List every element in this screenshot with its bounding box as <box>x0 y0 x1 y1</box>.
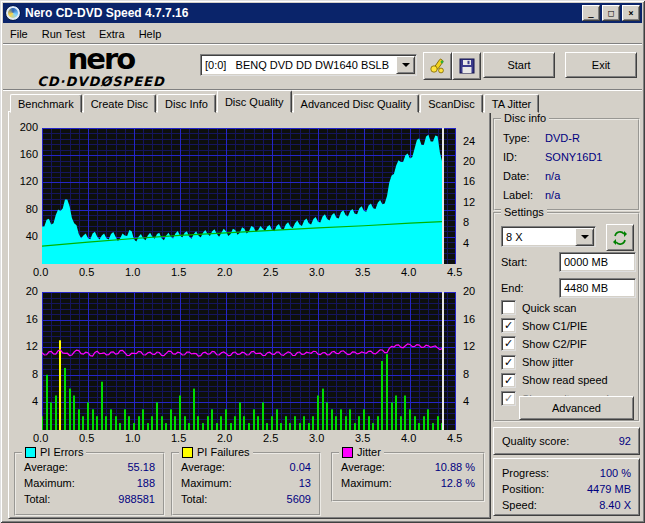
tab-disc-quality[interactable]: Disc Quality <box>217 90 292 113</box>
app-icon <box>5 5 21 21</box>
y-tick-label: 12 <box>463 196 475 208</box>
disc-info-row: Date:n/a <box>503 170 630 182</box>
y-tick-label: 16 <box>463 313 475 325</box>
y-tick-label: 12 <box>26 340 38 352</box>
y-tick-label: 16 <box>26 313 38 325</box>
maximize-button[interactable]: □ <box>602 5 620 21</box>
tab-strip: BenchmarkCreate DiscDisc InfoDisc Qualit… <box>10 93 540 113</box>
start-position-field[interactable] <box>559 252 636 272</box>
stats-label: Maximum: <box>181 477 232 489</box>
tab-benchmark[interactable]: Benchmark <box>10 94 82 113</box>
stats-row: Average:0.04 <box>173 459 319 475</box>
tools-icon <box>429 57 447 75</box>
chevron-down-icon <box>581 235 589 239</box>
stats-value: 12.8 % <box>441 477 475 489</box>
pi-failures-x-axis: 0.00.51.01.52.02.53.03.54.04.5 <box>42 432 456 446</box>
save-button[interactable] <box>452 52 481 80</box>
quality-score-panel: Quality score: 92 <box>493 427 640 455</box>
y-tick-label: 4 <box>32 395 38 407</box>
separator <box>3 89 642 91</box>
tab-create-disc[interactable]: Create Disc <box>83 94 156 113</box>
pi-failures-chart: 20161284 20161284 0.00.51.01.52.02.53.03… <box>10 286 486 450</box>
advanced-button[interactable]: Advanced <box>519 396 634 420</box>
drive-selector[interactable]: [0:0] BENQ DVD DD DW1640 BSLB <box>200 54 417 76</box>
pi-errors-x-axis: 0.00.51.01.52.02.53.03.54.04.5 <box>42 266 456 280</box>
end-position-field[interactable] <box>559 278 636 298</box>
checkbox-row-show-jitter[interactable]: ✓Show jitter <box>501 355 573 370</box>
stats-value: 188 <box>137 477 155 489</box>
start-button[interactable]: Start <box>483 52 555 78</box>
checkbox-label: Show jitter <box>522 356 573 368</box>
checkbox-label: Show C1/PIE <box>522 320 587 332</box>
close-button[interactable]: × <box>622 5 640 21</box>
scan-speed-select[interactable]: 8 X <box>501 226 596 247</box>
checkbox-row-show-c2-pif[interactable]: ✓Show C2/PIF <box>501 336 587 351</box>
disc-info-value: n/a <box>545 189 560 201</box>
tools-button[interactable] <box>423 52 452 80</box>
x-tick-label: 1.0 <box>125 266 140 278</box>
menu-item-help[interactable]: Help <box>132 26 169 42</box>
progress-label: Speed: <box>502 499 537 511</box>
progress-value: 4479 MB <box>587 483 631 495</box>
disc-info-value: SONY16D1 <box>545 151 602 163</box>
checkbox-checked[interactable]: ✓ <box>501 318 516 333</box>
checkbox-checked[interactable]: ✓ <box>501 355 516 370</box>
stats-value: 55.18 <box>127 461 155 473</box>
x-tick-label: 3.5 <box>355 266 370 278</box>
drive-selector-dropdown-button[interactable] <box>396 56 415 74</box>
tab-scandisc[interactable]: ScanDisc <box>420 94 482 113</box>
x-tick-label: 0.5 <box>79 432 94 444</box>
progress-value: 8.40 X <box>599 499 631 511</box>
title-bar[interactable]: Nero CD-DVD Speed 4.7.7.16 _ □ × <box>3 3 642 23</box>
x-tick-label: 2.5 <box>263 266 278 278</box>
y-tick-label: 16 <box>463 175 475 187</box>
save-icon <box>459 58 475 74</box>
checkbox-checked[interactable]: ✓ <box>501 373 516 388</box>
x-tick-label: 2.0 <box>217 432 232 444</box>
checkbox-row-show-read-speed[interactable]: ✓Show read speed <box>501 373 608 388</box>
checkbox-unchecked[interactable] <box>501 300 516 315</box>
y-tick-label: 8 <box>463 368 469 380</box>
menu-item-run-test[interactable]: Run Test <box>35 26 92 42</box>
scan-speed-value: 8 X <box>502 231 575 243</box>
x-tick-label: 3.5 <box>355 432 370 444</box>
minimize-button[interactable]: _ <box>582 5 600 21</box>
refresh-button[interactable] <box>606 224 634 251</box>
checkbox-row-quick-scan[interactable]: Quick scan <box>501 300 576 315</box>
menu-item-extra[interactable]: Extra <box>92 26 132 42</box>
checkbox-checked[interactable]: ✓ <box>501 391 516 406</box>
x-tick-label: 4.5 <box>447 432 462 444</box>
end-position-label: End: <box>501 282 524 294</box>
y-tick-label: 4 <box>463 395 469 407</box>
tab-advanced-disc-quality[interactable]: Advanced Disc Quality <box>293 94 420 113</box>
x-tick-label: 3.0 <box>309 266 324 278</box>
scan-speed-dropdown-button[interactable] <box>575 228 594 246</box>
stats-value: 5609 <box>287 493 311 505</box>
nero-logo: nero CD·DVDØSPEED <box>10 45 192 88</box>
pi-errors-plot <box>42 128 456 264</box>
checkbox-checked[interactable]: ✓ <box>501 336 516 351</box>
logo-nero-text: nero <box>10 45 192 74</box>
tab-disc-info[interactable]: Disc Info <box>157 94 216 113</box>
progress-value: 100 % <box>600 467 631 479</box>
exit-button[interactable]: Exit <box>565 52 637 78</box>
stats-label: Average: <box>24 461 68 473</box>
stats-value: 988581 <box>118 493 155 505</box>
progress-row: Position:4479 MB <box>494 481 639 497</box>
stats-row: Average:10.88 % <box>333 459 483 475</box>
x-tick-label: 4.0 <box>401 432 416 444</box>
x-tick-label: 0.0 <box>33 266 48 278</box>
y-tick-label: 120 <box>20 175 38 187</box>
checkbox-row-show-c1-pie[interactable]: ✓Show C1/PIE <box>501 318 587 333</box>
stats-label: Average: <box>181 461 225 473</box>
read-speed-right-axis: 2420161284 <box>460 128 486 264</box>
y-tick-label: 8 <box>32 368 38 380</box>
stats-group-name: PI Failures <box>197 446 250 458</box>
menu-item-file[interactable]: File <box>3 26 35 42</box>
y-tick-label: 200 <box>20 121 38 133</box>
pi-failures-plot <box>42 292 456 430</box>
tab-ta-jitter[interactable]: TA Jitter <box>484 94 540 113</box>
x-tick-label: 4.5 <box>447 266 462 278</box>
quality-score-label: Quality score: <box>502 435 569 447</box>
checkbox-label: Show read speed <box>522 374 608 386</box>
